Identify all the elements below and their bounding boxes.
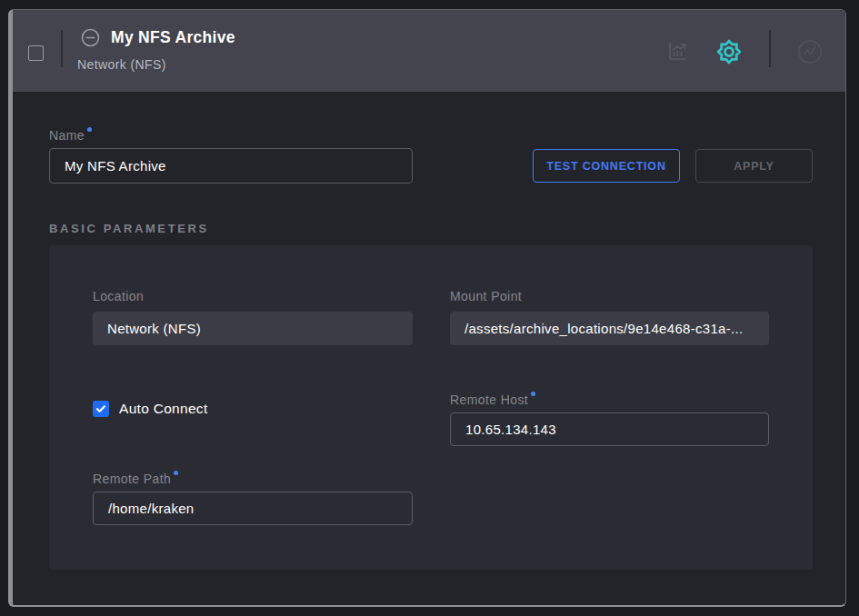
remote-path-label: Remote Path (93, 471, 178, 486)
location-value: Network (NFS) (93, 312, 413, 345)
name-label: Name (49, 127, 92, 143)
mount-point-value: /assets/archive_locations/9e14e468-c31a-… (450, 312, 769, 345)
remote-path-input[interactable] (93, 492, 413, 525)
test-connection-button[interactable]: TEST CONNECTION (533, 149, 680, 183)
auto-connect-toggle[interactable]: Auto Connect (93, 401, 208, 417)
archive-title: My NFS Archive (111, 28, 235, 47)
auto-connect-checkbox[interactable] (93, 401, 109, 417)
basic-parameters-panel: Location Network (NFS) Mount Point /asse… (49, 245, 813, 570)
screen: My NFS Archive Network (NFS) (0, 0, 859, 616)
location-label: Location (93, 289, 144, 303)
remote-host-label: Remote Host (450, 392, 535, 407)
check-icon (95, 403, 106, 414)
auto-connect-label: Auto Connect (119, 401, 208, 417)
basic-parameters-heading: BASIC PARAMETERS (49, 222, 209, 235)
archive-subtitle: Network (NFS) (77, 57, 166, 72)
select-checkbox[interactable] (28, 45, 44, 61)
header-divider (61, 30, 63, 67)
card-header: My NFS Archive Network (NFS) (13, 10, 845, 92)
name-input[interactable] (49, 148, 413, 184)
chart-icon[interactable] (665, 40, 689, 64)
collapse-minus-icon[interactable] (81, 28, 100, 47)
activity-icon[interactable] (797, 39, 823, 65)
gear-icon[interactable] (715, 38, 743, 65)
remote-host-input[interactable] (450, 412, 769, 446)
apply-button[interactable]: APPLY (695, 149, 813, 183)
header-divider (769, 30, 771, 67)
mount-point-label: Mount Point (450, 289, 522, 303)
archive-card: My NFS Archive Network (NFS) (8, 9, 846, 607)
